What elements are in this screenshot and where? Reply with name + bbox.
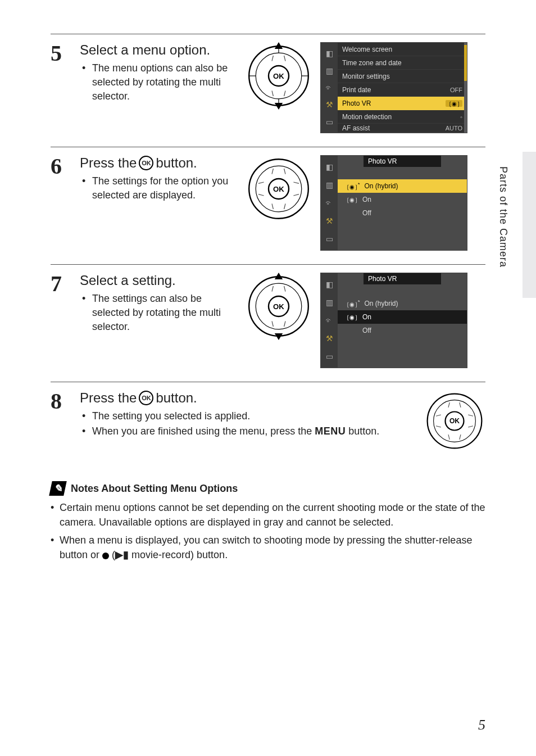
svg-line-42	[436, 415, 441, 416]
section-thumb-tab	[523, 152, 536, 298]
menu-item: Time zone and date	[342, 59, 402, 67]
svg-line-18	[272, 203, 273, 209]
menu-value: AUTO	[446, 125, 462, 132]
svg-line-8	[272, 90, 273, 96]
multi-selector-dial-icon: OK	[412, 390, 485, 452]
tab-playback-icon: ▭	[326, 352, 333, 361]
option-on-selected: On	[338, 310, 467, 324]
svg-line-22	[293, 182, 299, 183]
tab-movie-icon: ▥	[326, 66, 333, 75]
step-number: 8	[51, 390, 70, 452]
step-8: 8 Press the OK button. The setting you s…	[51, 382, 485, 465]
note-item: Certain menu options cannot be set depen…	[51, 500, 485, 529]
menu-item-selected: Photo VR	[342, 99, 371, 107]
camera-screen-setup-menu: ◧ ▥ ᯤ ⚒ ▭ Welcome screen Time zone and d…	[320, 42, 467, 133]
tab-movie-icon: ▥	[326, 180, 333, 189]
step-title: Select a setting.	[80, 273, 237, 288]
svg-line-17	[284, 169, 285, 174]
vr-icon	[346, 196, 358, 203]
step-title: Press the OK button.	[80, 390, 405, 406]
svg-marker-12	[275, 42, 283, 49]
screen-header: Photo VR	[364, 156, 441, 167]
svg-text:OK: OK	[273, 72, 284, 80]
svg-text:OK: OK	[273, 302, 284, 311]
svg-line-9	[284, 90, 285, 96]
vr-icon	[346, 182, 360, 191]
tab-playback-icon: ▭	[326, 117, 333, 126]
multi-selector-dial-icon: OK	[245, 42, 312, 110]
tab-shooting-icon: ◧	[326, 162, 333, 171]
ok-button-icon: OK	[139, 391, 153, 405]
movie-record-icon: ▶▮	[115, 549, 129, 560]
tab-network-icon: ᯤ	[325, 83, 333, 92]
menu-item: AF assist	[342, 124, 370, 132]
svg-line-45	[468, 426, 473, 427]
tab-setup-icon: ⚒	[326, 334, 333, 343]
svg-line-23	[293, 194, 299, 196]
tab-shooting-icon: ◧	[326, 49, 333, 58]
svg-line-20	[258, 182, 264, 183]
menu-item: Welcome screen	[342, 46, 392, 53]
svg-line-7	[284, 56, 285, 61]
step-number: 5	[51, 42, 70, 133]
svg-marker-34	[275, 273, 283, 279]
svg-line-21	[258, 194, 264, 196]
svg-marker-13	[275, 103, 283, 110]
svg-text:OK: OK	[273, 185, 284, 193]
step-number: 7	[51, 273, 70, 368]
step-bullet: When you are finished using the menu, pr…	[82, 424, 405, 438]
tab-setup-icon: ⚒	[326, 100, 333, 109]
step-6: 6 Press the OK button. The settings for …	[51, 147, 485, 264]
menu-value: OFF	[450, 87, 462, 93]
svg-line-39	[460, 402, 461, 408]
option-off: Off	[338, 324, 467, 337]
vr-icon	[346, 313, 358, 321]
step-title: Select a menu option.	[80, 42, 237, 58]
option-on: On	[338, 193, 467, 206]
camera-screen-photo-vr: ◧ ▥ ᯤ ⚒ ▭ Photo VR On (hybrid) On Off	[320, 273, 467, 368]
tab-network-icon: ᯤ	[325, 198, 333, 207]
step-bullet: The menu options can also be selected by…	[82, 61, 237, 104]
svg-line-6	[272, 56, 273, 61]
step-bullet: The settings can also be selected by rot…	[82, 292, 237, 334]
page-number: 5	[478, 717, 485, 734]
menu-item: Print date	[342, 86, 371, 94]
step-bullet: The settings for the option you selected…	[82, 174, 237, 202]
svg-line-38	[448, 402, 449, 408]
svg-line-40	[448, 434, 449, 440]
tab-network-icon: ᯤ	[325, 316, 333, 325]
svg-line-19	[284, 203, 285, 209]
step-5: 5 Select a menu option. The menu options…	[51, 34, 485, 147]
record-dot-icon	[102, 553, 109, 559]
camera-screen-photo-vr: ◧ ▥ ᯤ ⚒ ▭ Photo VR On (hybrid) On Off	[320, 155, 467, 251]
option-on-hybrid: On (hybrid)	[338, 179, 467, 193]
option-off: Off	[338, 206, 467, 220]
tab-playback-icon: ▭	[326, 234, 333, 243]
svg-line-30	[272, 321, 273, 327]
step-title: Press the OK button.	[80, 155, 237, 171]
notes-section: ✎ Notes About Setting Menu Options Certa…	[51, 481, 485, 562]
step-number: 6	[51, 155, 70, 251]
svg-line-29	[284, 286, 285, 292]
svg-text:OK: OK	[449, 417, 460, 425]
screen-header: Photo VR	[364, 273, 441, 284]
svg-marker-35	[275, 333, 283, 340]
menu-button-label: MENU	[315, 425, 346, 437]
svg-line-31	[284, 321, 285, 327]
note-item: When a menu is displayed, you can switch…	[51, 533, 485, 562]
step-7: 7 Select a setting. The settings can als…	[51, 264, 485, 382]
menu-item: Motion detection	[342, 113, 392, 121]
multi-selector-dial-icon: OK	[245, 155, 312, 223]
svg-line-43	[436, 426, 441, 427]
section-side-label: Parts of the Camera	[497, 166, 509, 268]
tab-setup-icon: ⚒	[326, 216, 333, 225]
menu-item: Monitor settings	[342, 73, 390, 80]
svg-line-16	[272, 169, 273, 174]
tab-movie-icon: ▥	[326, 298, 333, 307]
option-on-hybrid: On (hybrid)	[338, 297, 467, 310]
svg-line-28	[272, 286, 273, 292]
step-bullet: The setting you selected is applied.	[82, 409, 405, 423]
pencil-icon: ✎	[49, 481, 67, 496]
vr-icon	[446, 100, 462, 107]
notes-header: Notes About Setting Menu Options	[71, 483, 238, 495]
